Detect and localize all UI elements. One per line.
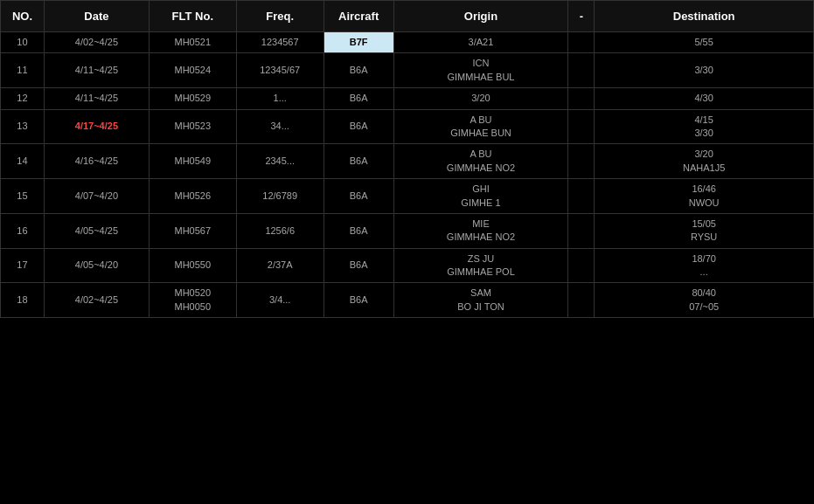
cell-aircraft: B6A xyxy=(324,213,393,248)
cell-origin: MIEGIMMHAE NO2 xyxy=(393,213,568,248)
cell-freq: 12/6789 xyxy=(236,179,324,214)
table-row: 114/11~4/25MH052412345/67B6AICNGIMMHAE B… xyxy=(1,53,814,88)
cell-freq: 1256/6 xyxy=(236,213,324,248)
cell-freq: 2345... xyxy=(236,144,324,179)
cell-dash xyxy=(568,109,595,144)
cell-dash xyxy=(568,88,595,109)
cell-aircraft: B6A xyxy=(324,109,393,144)
cell-origin: SAMBO JI TON xyxy=(393,283,568,318)
cell-no: 13 xyxy=(1,109,45,144)
cell-destination: 80/4007/~05 xyxy=(595,283,814,318)
table-row: 144/16~4/25MH05492345...B6AA BUGIMMHAE N… xyxy=(1,144,814,179)
cell-freq: 12345/67 xyxy=(236,53,324,88)
cell-flt: MH0520MH0050 xyxy=(149,283,236,318)
table-row: 154/07~4/20MH052612/6789B6AGHIGIMHE 116/… xyxy=(1,179,814,214)
cell-flt: MH0550 xyxy=(149,248,236,283)
cell-aircraft: B6A xyxy=(324,179,393,214)
cell-date: 4/11~4/25 xyxy=(44,88,149,109)
header-destination: Destination xyxy=(595,1,814,32)
header-dash: - xyxy=(568,1,595,32)
cell-aircraft: B6A xyxy=(324,144,393,179)
table-row: 174/05~4/20MH05502/37AB6AZS JUGIMMHAE PO… xyxy=(1,248,814,283)
header-no: NO. xyxy=(1,1,45,32)
cell-origin: 3/20 xyxy=(393,88,568,109)
cell-dash xyxy=(568,283,595,318)
cell-date: 4/05~4/25 xyxy=(44,213,149,248)
table-row: 104/02~4/25MH05211234567B7F3/A215/55 xyxy=(1,32,814,53)
cell-date: 4/05~4/20 xyxy=(44,248,149,283)
cell-dash xyxy=(568,213,595,248)
cell-origin: GHIGIMHE 1 xyxy=(393,179,568,214)
cell-freq: 1... xyxy=(236,88,324,109)
cell-aircraft: B7F xyxy=(324,32,393,53)
cell-flt: MH0567 xyxy=(149,213,236,248)
cell-no: 17 xyxy=(1,248,45,283)
cell-flt: MH0529 xyxy=(149,88,236,109)
cell-flt: MH0523 xyxy=(149,109,236,144)
cell-date: 4/07~4/20 xyxy=(44,179,149,214)
cell-destination: 18/70... xyxy=(595,248,814,283)
cell-dash xyxy=(568,248,595,283)
header-aircraft: Aircraft xyxy=(324,1,393,32)
header-origin: Origin xyxy=(393,1,568,32)
flight-table: NO. Date FLT No. Freq. Aircraft Origin -… xyxy=(0,0,814,318)
cell-flt: MH0526 xyxy=(149,179,236,214)
cell-no: 12 xyxy=(1,88,45,109)
cell-origin: A BUGIMHAE BUN xyxy=(393,109,568,144)
cell-dash xyxy=(568,32,595,53)
header-freq: Freq. xyxy=(236,1,324,32)
table-row: 134/17~4/25MH052334...B6AA BUGIMHAE BUN4… xyxy=(1,109,814,144)
cell-aircraft: B6A xyxy=(324,283,393,318)
cell-no: 16 xyxy=(1,213,45,248)
cell-aircraft: B6A xyxy=(324,53,393,88)
table-row: 184/02~4/25MH0520MH00503/4...B6ASAMBO JI… xyxy=(1,283,814,318)
table-row: 164/05~4/25MH05671256/6B6AMIEGIMMHAE NO2… xyxy=(1,213,814,248)
cell-date: 4/02~4/25 xyxy=(44,283,149,318)
cell-destination: 16/46NWOU xyxy=(595,179,814,214)
cell-no: 11 xyxy=(1,53,45,88)
cell-freq: 2/37A xyxy=(236,248,324,283)
cell-flt: MH0521 xyxy=(149,32,236,53)
cell-date: 4/16~4/25 xyxy=(44,144,149,179)
header-flt: FLT No. xyxy=(149,1,236,32)
cell-destination: 4/30 xyxy=(595,88,814,109)
cell-origin: ICNGIMMHAE BUL xyxy=(393,53,568,88)
cell-origin: A BUGIMMHAE NO2 xyxy=(393,144,568,179)
cell-destination: 3/30 xyxy=(595,53,814,88)
cell-freq: 3/4... xyxy=(236,283,324,318)
cell-destination: 3/20NAHA1J5 xyxy=(595,144,814,179)
cell-flt: MH0549 xyxy=(149,144,236,179)
cell-no: 14 xyxy=(1,144,45,179)
cell-dash xyxy=(568,144,595,179)
cell-date: 4/17~4/25 xyxy=(44,109,149,144)
cell-destination: 5/55 xyxy=(595,32,814,53)
cell-flt: MH0524 xyxy=(149,53,236,88)
header-date: Date xyxy=(44,1,149,32)
cell-date: 4/02~4/25 xyxy=(44,32,149,53)
highlighted-date: 4/17~4/25 xyxy=(75,121,118,131)
cell-destination: 15/05RYSU xyxy=(595,213,814,248)
cell-no: 18 xyxy=(1,283,45,318)
cell-destination: 4/153/30 xyxy=(595,109,814,144)
cell-no: 10 xyxy=(1,32,45,53)
cell-date: 4/11~4/25 xyxy=(44,53,149,88)
cell-freq: 34... xyxy=(236,109,324,144)
table-row: 124/11~4/25MH05291...B6A3/204/30 xyxy=(1,88,814,109)
cell-origin: ZS JUGIMMHAE POL xyxy=(393,248,568,283)
cell-origin: 3/A21 xyxy=(393,32,568,53)
cell-dash xyxy=(568,53,595,88)
cell-dash xyxy=(568,179,595,214)
cell-aircraft: B6A xyxy=(324,248,393,283)
cell-no: 15 xyxy=(1,179,45,214)
cell-aircraft: B6A xyxy=(324,88,393,109)
cell-freq: 1234567 xyxy=(236,32,324,53)
